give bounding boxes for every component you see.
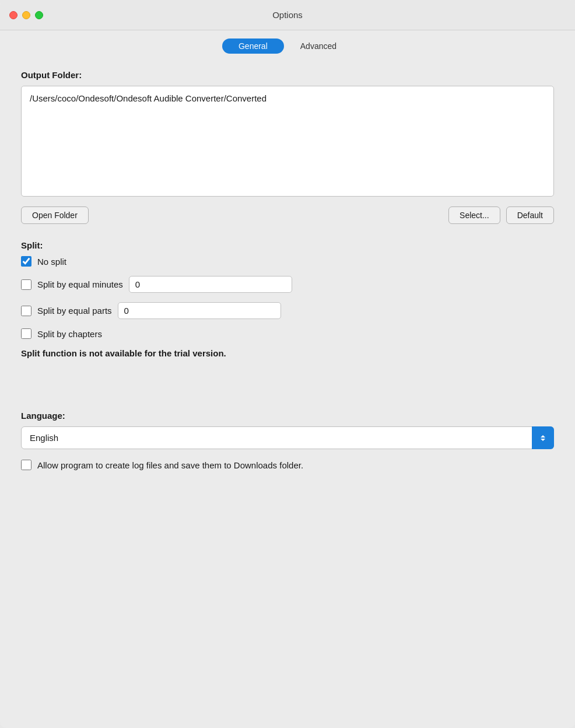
- options-window: Options General Advanced Output Folder: …: [0, 0, 575, 728]
- maximize-button[interactable]: [35, 11, 43, 19]
- traffic-lights: [9, 11, 43, 19]
- default-button[interactable]: Default: [506, 206, 554, 224]
- language-select-wrapper: English Chinese (Simplified) Chinese (Tr…: [21, 426, 554, 449]
- output-folder-label: Output Folder:: [21, 70, 554, 80]
- no-split-checkbox[interactable]: [21, 256, 31, 267]
- by-parts-label: Split by equal parts: [37, 306, 112, 316]
- close-button[interactable]: [9, 11, 17, 19]
- main-content: Output Folder: Open Folder Select... Def…: [0, 60, 575, 488]
- language-select[interactable]: English Chinese (Simplified) Chinese (Tr…: [21, 426, 554, 449]
- titlebar: Options: [0, 0, 575, 30]
- language-section: Language: English Chinese (Simplified) C…: [21, 411, 554, 470]
- window-title: Options: [272, 10, 303, 20]
- right-buttons: Select... Default: [448, 206, 554, 224]
- tab-advanced[interactable]: Advanced: [284, 38, 353, 54]
- split-section: Split: No split Split by equal minutes S…: [21, 240, 554, 358]
- output-folder-input[interactable]: [21, 86, 554, 197]
- no-split-label: No split: [37, 257, 66, 267]
- by-minutes-checkbox[interactable]: [21, 279, 31, 290]
- by-minutes-label: Split by equal minutes: [37, 279, 123, 289]
- select-button[interactable]: Select...: [448, 206, 500, 224]
- no-split-row: No split: [21, 256, 554, 267]
- folder-button-row: Open Folder Select... Default: [21, 206, 554, 224]
- minimize-button[interactable]: [22, 11, 30, 19]
- log-files-label: Allow program to create log files and sa…: [37, 460, 303, 470]
- open-folder-button[interactable]: Open Folder: [21, 206, 89, 224]
- split-label: Split:: [21, 240, 554, 250]
- by-chapters-checkbox[interactable]: [21, 328, 31, 339]
- by-chapters-row: Split by chapters: [21, 328, 554, 339]
- log-files-checkbox[interactable]: [21, 460, 31, 470]
- trial-notice: Split function is not available for the …: [21, 348, 554, 358]
- language-label: Language:: [21, 411, 554, 421]
- tab-general[interactable]: General: [222, 38, 284, 54]
- tab-bar: General Advanced: [0, 30, 575, 60]
- by-chapters-label: Split by chapters: [37, 329, 102, 339]
- by-parts-input[interactable]: [118, 302, 281, 319]
- by-minutes-row: Split by equal minutes: [21, 276, 554, 293]
- log-files-row: Allow program to create log files and sa…: [21, 460, 554, 470]
- by-minutes-input[interactable]: [129, 276, 292, 293]
- by-parts-row: Split by equal parts: [21, 302, 554, 319]
- by-parts-checkbox[interactable]: [21, 306, 31, 316]
